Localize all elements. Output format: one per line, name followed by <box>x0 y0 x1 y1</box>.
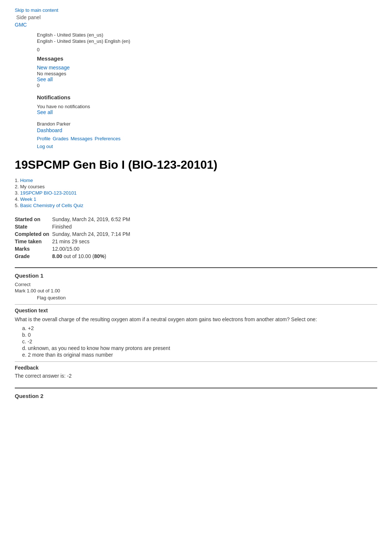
question-1-answers: a. +2 b. 0 c. -2 d. unknown, as you need… <box>15 325 377 358</box>
messages-section: Messages New message No messages See all… <box>37 55 377 88</box>
answer-1e: e. 2 more than its original mass number <box>22 352 377 358</box>
side-panel-label: Side panel <box>15 14 377 20</box>
grades-link[interactable]: Grades <box>53 136 69 141</box>
completed-on-value: Sunday, March 24, 2019, 7:14 PM <box>52 230 133 238</box>
logout-link[interactable]: Log out <box>37 144 377 149</box>
answer-1a: a. +2 <box>22 325 377 331</box>
answer-1d: d. unknown, as you need to know how many… <box>22 345 377 351</box>
new-message-link[interactable]: New message <box>37 65 70 71</box>
marks-row: Marks 12.00/15.00 <box>15 245 133 253</box>
answer-1c: c. -2 <box>22 339 377 344</box>
question-1-mark: Mark 1.00 out of 1.00 <box>15 288 377 294</box>
gmc-link[interactable]: GMC <box>15 22 377 28</box>
messages-count: 0 <box>37 83 39 88</box>
time-taken-label: Time taken <box>15 238 52 245</box>
grade-value: 8.00 out of 10.00 (80%) <box>52 253 133 260</box>
breadcrumb-link-home[interactable]: Home <box>20 178 33 183</box>
breadcrumb-link-week1[interactable]: Week 1 <box>20 196 36 202</box>
messages-nav-link[interactable]: Messages <box>71 136 92 141</box>
breadcrumb-link-course[interactable]: 19SPCMP BIO-123-20101 <box>20 190 76 196</box>
notifications-section: Notifications You have no notifications … <box>37 94 377 115</box>
feedback-1-text: The correct answer is: -2 <box>15 373 377 379</box>
started-on-label: Started on <box>15 216 52 223</box>
question-2-heading: Question 2 <box>15 393 377 399</box>
messages-heading: Messages <box>37 55 377 62</box>
question-1-heading: Question 1 <box>15 272 377 279</box>
time-taken-row: Time taken 21 mins 29 secs <box>15 238 133 245</box>
notifications-see-all-link[interactable]: See all <box>37 109 53 115</box>
profile-link[interactable]: Profile <box>37 136 51 141</box>
breadcrumb-link-quiz[interactable]: Basic Chemistry of Cells Quiz <box>20 203 83 208</box>
feedback-1-label: Feedback <box>15 361 377 371</box>
breadcrumb-item-2: 2. My courses <box>15 184 377 189</box>
question-1-section: Question 1 Correct Mark 1.00 out of 1.00… <box>15 267 377 379</box>
breadcrumb-item-1: 1. Home <box>15 178 377 183</box>
grade-row: Grade 8.00 out of 10.00 (80%) <box>15 253 133 260</box>
lang-line-2: English - United States (en_us) English … <box>37 38 377 44</box>
answer-1b: b. 0 <box>22 332 377 338</box>
user-name: Brandon Parker <box>37 121 377 127</box>
time-taken-value: 21 mins 29 secs <box>52 238 133 245</box>
badge-count: 0 <box>37 47 377 52</box>
grade-bold: 8.00 <box>52 253 62 259</box>
page-title: 19SPCMP Gen Bio I (BIO-123-20101) <box>15 158 377 172</box>
dashboard-link[interactable]: Dashboard <box>37 127 62 133</box>
notifications-heading: Notifications <box>37 94 377 100</box>
question-1-text-label: Question text <box>15 304 377 313</box>
grade-label: Grade <box>15 253 52 260</box>
marks-label: Marks <box>15 245 52 253</box>
breadcrumb-item-4: 4. Week 1 <box>15 196 377 202</box>
no-messages-text: No messages <box>37 71 66 76</box>
marks-value: 12.00/15.00 <box>52 245 133 253</box>
quiz-info: Started on Sunday, March 24, 2019, 6:52 … <box>15 216 377 260</box>
question-1-body: What is the overall charge of the result… <box>15 316 377 322</box>
no-notifications-text: You have no notifications <box>37 104 90 109</box>
state-value: Finished <box>52 223 133 230</box>
breadcrumb: 1. Home 2. My courses 3. 19SPCMP BIO-123… <box>15 178 377 208</box>
question-2-section: Question 2 <box>15 388 377 399</box>
completed-on-row: Completed on Sunday, March 24, 2019, 7:1… <box>15 230 133 238</box>
nav-links: Profile Grades Messages Preferences <box>37 135 377 141</box>
state-label: State <box>15 223 52 230</box>
question-1-status: Correct <box>15 282 377 287</box>
preferences-link[interactable]: Preferences <box>94 136 120 141</box>
skip-to-main-link[interactable]: Skip to main content <box>15 7 377 13</box>
breadcrumb-item-5: 5. Basic Chemistry of Cells Quiz <box>15 203 377 208</box>
breadcrumb-item-3: 3. 19SPCMP BIO-123-20101 <box>15 190 377 196</box>
messages-see-all-link[interactable]: See all <box>37 76 53 82</box>
grade-percent: 80% <box>94 253 104 259</box>
started-on-row: Started on Sunday, March 24, 2019, 6:52 … <box>15 216 133 223</box>
lang-line-1: English - United States (en_us) <box>37 32 377 38</box>
completed-on-label: Completed on <box>15 230 52 238</box>
flag-question-1[interactable]: Flag question <box>15 295 377 301</box>
started-on-value: Sunday, March 24, 2019, 6:52 PM <box>52 216 133 223</box>
state-row: State Finished <box>15 223 133 230</box>
